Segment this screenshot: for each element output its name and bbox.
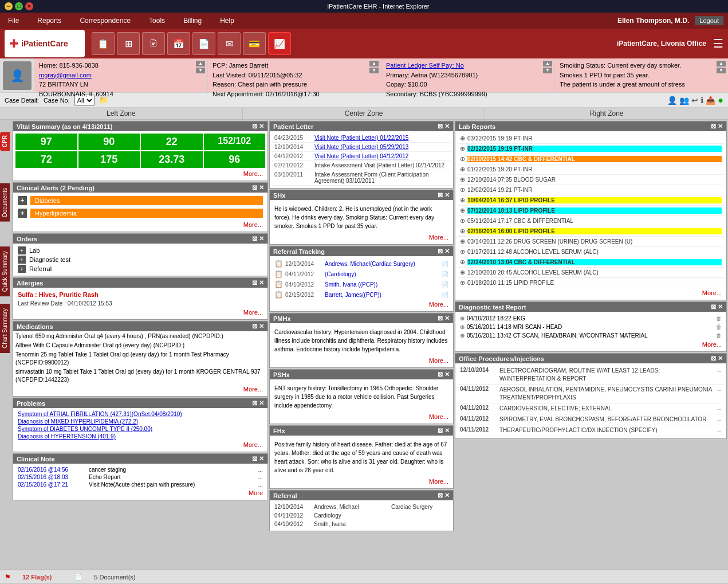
patient-ledger-link[interactable]: Patient Ledger Self Pay: No (386, 62, 464, 69)
allergies-expand-button[interactable]: ⊠ (252, 279, 257, 287)
fhx-more-link[interactable]: More... (272, 477, 451, 486)
diag-text-3[interactable]: 05/16/2011 13:42 CT SCAN, HEAD/BRAIN; W/… (467, 332, 714, 339)
pl-link-1[interactable]: Visit Note (Patient Letter) 01/22/2015 (314, 135, 408, 141)
cpr-label[interactable]: CPR (0, 132, 10, 151)
patient-letter-close[interactable]: ✕ (444, 123, 450, 130)
pshx-close[interactable]: ✕ (444, 371, 450, 378)
col3-up-arrow[interactable]: ▲ (543, 61, 552, 66)
close-button[interactable]: ✕ (25, 2, 33, 10)
ref-track-name-3[interactable]: Smith, Ivana ((PCP)) (325, 281, 439, 288)
col2-up-arrow[interactable]: ▲ (369, 61, 379, 66)
alerts-more-link[interactable]: More... (15, 220, 265, 229)
alert-plus-diabetes[interactable]: + (18, 196, 27, 205)
medications-close-button[interactable]: ✕ (259, 323, 264, 330)
lab-text-14[interactable]: 12/10/2010 20:45 ALCOHOL LEVEL SERUM (AL… (467, 269, 599, 276)
order-plus-referral[interactable]: + (18, 265, 26, 273)
shx-close[interactable]: ✕ (444, 191, 450, 199)
hamburger-button[interactable]: ☰ (713, 37, 723, 50)
lab-text-10[interactable]: 02/16/2014 16:00 LIPID PROFILE (467, 228, 722, 234)
order-plus-diagnostic[interactable]: + (18, 256, 26, 264)
problems-more-link[interactable]: More... (15, 440, 265, 449)
proc-dots-1[interactable]: ... (717, 367, 722, 383)
ref-track-name-1[interactable]: Andrews, Michael(Cardiac Surgery) (325, 261, 439, 267)
col3-down-arrow[interactable]: ▼ (543, 68, 552, 73)
vitals-more-link[interactable]: More... (15, 169, 265, 178)
toolbar-mail-button[interactable]: ✉ (218, 32, 241, 55)
orders-expand-button[interactable]: ⊠ (252, 235, 257, 242)
note-dots-2[interactable]: ... (258, 474, 263, 480)
ref-track-expand[interactable]: ⊠ (438, 248, 443, 255)
pshx-expand[interactable]: ⊠ (438, 371, 443, 378)
lab-reports-more-link[interactable]: More... (458, 288, 724, 297)
allergies-close-button[interactable]: ✕ (259, 279, 264, 287)
lab-reports-close[interactable]: ✕ (718, 123, 723, 130)
proc-dots-3[interactable]: ... (717, 405, 722, 413)
col4-down-arrow[interactable]: ▼ (717, 68, 726, 73)
lab-text-2[interactable]: 02/12/2015 19:19 PT-INR (467, 146, 722, 152)
documents-tab[interactable]: Documents (0, 183, 10, 222)
lab-text-13[interactable]: 12/24/2010 13:04 CBC & DIFFERENTIAL (467, 259, 722, 265)
alerts-expand-button[interactable]: ⊠ (252, 184, 257, 191)
case-icon-3[interactable]: ↩ (691, 95, 698, 105)
col2-down-arrow[interactable]: ▼ (369, 68, 379, 73)
minimize-button[interactable]: ─ (5, 2, 13, 10)
pshx-more-link[interactable]: More... (272, 412, 451, 421)
pl-link-3[interactable]: Visit Note (Patient Letter) 04/12/2012 (314, 153, 408, 159)
problems-close-button[interactable]: ✕ (259, 399, 264, 407)
lab-text-6[interactable]: 12/02/2014 19:21 PT-INR (467, 187, 532, 193)
problem-2[interactable]: Diagnosis of MIXED HYPERLIPIDEMIA (272.2… (15, 418, 265, 425)
ref-track-name-2[interactable]: (Cardiology) (325, 271, 439, 277)
referral-close[interactable]: ✕ (444, 492, 450, 499)
menu-tools[interactable]: Tools (145, 15, 168, 26)
documents-tab-label[interactable]: Documents (0, 183, 10, 222)
lab-text-4[interactable]: 01/22/2015 19:20 PT-INR (467, 166, 532, 173)
lab-text-3[interactable]: 02/10/2015 14:42 CBC & DIFFERENTIAL (467, 156, 722, 162)
toolbar-doc-button[interactable]: 🖹 (142, 32, 165, 55)
pl-link-2[interactable]: Visit Note (Patient Letter) 05/29/2013 (314, 144, 408, 150)
vitals-close-button[interactable]: ✕ (259, 123, 264, 130)
medications-more-link[interactable]: More... (15, 384, 265, 395)
alerts-close-button[interactable]: ✕ (259, 184, 264, 191)
proc-dots-5[interactable]: ... (717, 426, 722, 434)
col1-down-arrow[interactable]: ▼ (196, 68, 205, 73)
quick-summary-label[interactable]: Quick Summary (0, 246, 10, 296)
maximize-button[interactable]: □ (15, 2, 23, 10)
order-plus-lab[interactable]: + (18, 246, 26, 254)
menu-help[interactable]: Help (217, 15, 238, 26)
col4-up-arrow[interactable]: ▲ (717, 61, 726, 66)
clinical-note-close-button[interactable]: ✕ (259, 455, 264, 463)
medications-expand-button[interactable]: ⊠ (252, 323, 257, 330)
clinical-note-more-link[interactable]: More (15, 488, 265, 497)
chart-summary-label[interactable]: Chart Summary (0, 304, 10, 353)
problem-3[interactable]: Symptom of DIABETES UNCOMPL TYPE II (250… (15, 425, 265, 433)
orders-close-button[interactable]: ✕ (259, 235, 264, 242)
ref-track-close[interactable]: ✕ (444, 248, 450, 255)
note-dots-1[interactable]: ... (258, 467, 263, 473)
lab-text-5[interactable]: 12/10/2014 07:35 BLOOD SUGAR (467, 177, 556, 183)
shx-more-link[interactable]: More... (272, 233, 451, 242)
menu-correspondence[interactable]: Correspondence (76, 15, 134, 26)
diag-report-close[interactable]: ✕ (718, 303, 723, 311)
vitals-expand-button[interactable]: ⊠ (252, 123, 257, 130)
patient-email-link[interactable]: mgray@gmail.com (39, 72, 92, 79)
proc-dots-2[interactable]: ... (717, 386, 722, 402)
cpr-tab[interactable]: CPR (0, 132, 10, 151)
quick-summary-tab[interactable]: Quick Summary (0, 246, 10, 296)
fhx-close[interactable]: ✕ (444, 427, 450, 434)
case-icon-2[interactable]: 👥 (679, 95, 689, 105)
note-dots-3[interactable]: ... (258, 481, 263, 488)
ref-track-more[interactable]: More... (272, 300, 451, 309)
pmhx-expand[interactable]: ⊠ (438, 315, 443, 322)
lab-text-8[interactable]: 07/12/2014 18:13 LIPID PROFILE (467, 207, 722, 214)
lab-text-15[interactable]: 01/18/2010 11:15 LIPID PROFILE (467, 280, 554, 286)
problem-4[interactable]: Diagnosis of HYPERTENSION (401.9) (15, 433, 265, 440)
toolbar-calendar-button[interactable]: 📅 (167, 32, 190, 55)
pmhx-more-link[interactable]: More... (272, 356, 451, 365)
lab-text-1[interactable]: 03/22/2015 19:19 PT-INR (467, 135, 532, 142)
lab-text-9[interactable]: 05/11/2014 17:17 CBC & DIFFERENTIAL (467, 218, 573, 224)
toolbar-grid-button[interactable]: ⊞ (117, 32, 140, 55)
logout-button[interactable]: Logout (695, 16, 723, 25)
clinical-note-expand-button[interactable]: ⊠ (252, 455, 257, 463)
toolbar-notes-button[interactable]: 📋 (92, 32, 115, 55)
lab-text-7[interactable]: 10/04/2014 16:37 LIPID PROFILE (467, 197, 722, 203)
